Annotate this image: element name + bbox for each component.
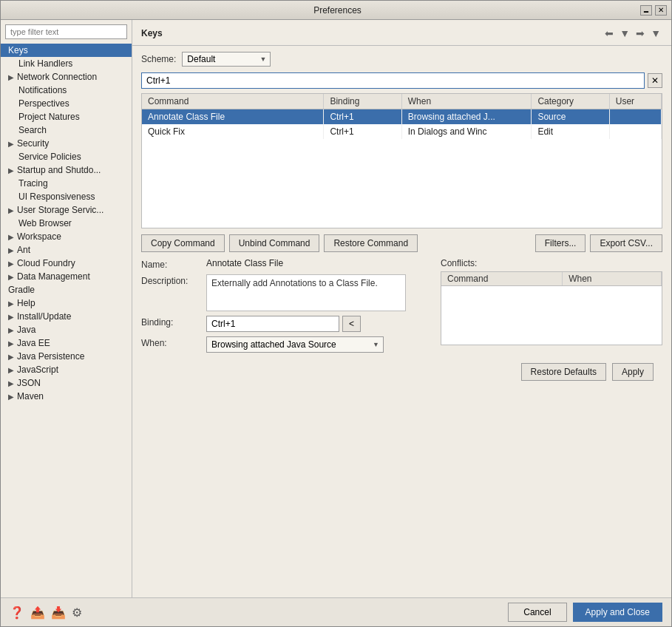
export-csv-button[interactable]: Export CSV... (590, 234, 662, 252)
sidebar-item-search[interactable]: Search (1, 123, 132, 137)
header-icons: ⬅ ▼ ➡ ▼ (603, 26, 662, 41)
conflicts-label: Conflicts: (441, 258, 662, 268)
settings-icon[interactable]: ⚙ (72, 606, 82, 620)
binding-search-input[interactable] (141, 72, 645, 89)
col-binding: Binding (324, 94, 401, 109)
sidebar-item-project-natures[interactable]: Project Natures (1, 110, 132, 123)
nav-dropdown-button[interactable]: ▼ (618, 26, 631, 41)
table-row[interactable]: Quick FixCtrl+1In Dialogs and WincEdit (142, 124, 662, 139)
tree-arrow-json: ▶ (8, 379, 14, 387)
name-row: Name: Annotate Class File (141, 258, 432, 270)
cell-binding: Ctrl+1 (324, 124, 401, 139)
sidebar-item-label-ui-responsiveness: UI Responsiveness (18, 192, 95, 202)
sidebar-item-tracing[interactable]: Tracing (1, 177, 132, 190)
sidebar-item-label-java-persistence: Java Persistence (17, 351, 84, 362)
sidebar-item-java[interactable]: ▶Java (1, 323, 132, 336)
sidebar-item-data-management[interactable]: ▶Data Management (1, 270, 132, 283)
details-bottom-buttons: Restore Defaults Apply (141, 357, 662, 384)
sidebar-item-gradle[interactable]: Gradle (1, 283, 132, 296)
sidebar-item-java-persistence[interactable]: ▶Java Persistence (1, 350, 132, 363)
cell-category: Edit (532, 124, 609, 139)
conflict-col-when: When (563, 272, 662, 286)
when-select[interactable]: Browsing attached Java Source (206, 336, 384, 353)
cancel-button[interactable]: Cancel (508, 603, 566, 622)
tree-arrow-install-update: ▶ (8, 313, 14, 321)
description-row: Description: Externally add Annotations … (141, 274, 432, 311)
tree-arrow-java-persistence: ▶ (8, 353, 14, 361)
sidebar-item-help[interactable]: ▶Help (1, 296, 132, 310)
main-area: KeysLink Handlers▶Network ConnectionNoti… (1, 20, 671, 597)
nav-back-button[interactable]: ⬅ (603, 26, 615, 41)
scheme-label: Scheme: (141, 54, 176, 64)
sidebar-item-security[interactable]: ▶Security (1, 137, 132, 150)
cell-user (609, 124, 661, 139)
sidebar-item-web-browser[interactable]: Web Browser (1, 217, 132, 230)
sidebar-item-startup-shutdown[interactable]: ▶Startup and Shutdo... (1, 163, 132, 177)
sidebar-item-cloud-foundry[interactable]: ▶Cloud Foundry (1, 257, 132, 270)
tree-arrow-data-management: ▶ (8, 273, 14, 281)
sidebar-item-java-ee[interactable]: ▶Java EE (1, 336, 132, 350)
title-bar: Preferences 🗕 ✕ (1, 1, 671, 20)
apply-close-button[interactable]: Apply and Close (573, 603, 662, 622)
filters-button[interactable]: Filters... (535, 234, 586, 252)
sidebar-item-service-policies[interactable]: Service Policies (1, 150, 132, 163)
cell-when: In Dialogs and Winc (401, 124, 532, 139)
sidebar-item-ant[interactable]: ▶Ant (1, 243, 132, 257)
sidebar-item-label-java-ee: Java EE (17, 338, 50, 348)
sidebar-item-perspectives[interactable]: Perspectives (1, 97, 132, 110)
sidebar-item-javascript[interactable]: ▶JavaScript (1, 363, 132, 376)
sidebar-item-ui-responsiveness[interactable]: UI Responsiveness (1, 190, 132, 203)
when-select-wrapper: Browsing attached Java Source (206, 336, 384, 353)
sidebar-item-notifications[interactable]: Notifications (1, 84, 132, 97)
title-bar-controls: 🗕 ✕ (640, 5, 667, 16)
page-title: Keys (141, 28, 163, 38)
table-row[interactable]: Annotate Class FileCtrl+1Browsing attach… (142, 109, 662, 124)
col-command: Command (142, 94, 324, 109)
preferences-window: Preferences 🗕 ✕ KeysLink Handlers▶Networ… (0, 0, 672, 627)
tree-arrow-ant: ▶ (8, 246, 14, 254)
apply-button[interactable]: Apply (612, 363, 654, 381)
table-header: Command Binding When Category User (142, 94, 662, 109)
nav-menu-button[interactable]: ▼ (649, 26, 662, 41)
sidebar-item-label-security: Security (17, 138, 49, 149)
sidebar-item-label-perspectives: Perspectives (18, 98, 69, 109)
sidebar-item-link-handlers[interactable]: Link Handlers (1, 57, 132, 70)
conflicts-table-wrapper: Command When (441, 271, 662, 345)
scheme-select[interactable]: Default (182, 52, 271, 67)
sidebar-item-install-update[interactable]: ▶Install/Update (1, 310, 132, 323)
tree-arrow-java: ▶ (8, 326, 14, 334)
sidebar-item-label-link-handlers: Link Handlers (18, 58, 72, 69)
col-category: Category (532, 94, 609, 109)
import-icon[interactable]: 📥 (51, 606, 66, 620)
col-when: When (401, 94, 532, 109)
binding-clear-button[interactable]: ✕ (648, 73, 662, 88)
copy-command-button[interactable]: Copy Command (141, 234, 225, 252)
nav-forward-button[interactable]: ➡ (634, 26, 646, 41)
when-label: When: (141, 336, 200, 348)
tree-arrow-user-storage: ▶ (8, 206, 14, 214)
sidebar-item-label-gradle: Gradle (8, 285, 35, 295)
binding-add-button[interactable]: < (342, 316, 361, 332)
sidebar-item-keys[interactable]: Keys (1, 44, 132, 57)
sidebar-item-maven[interactable]: ▶Maven (1, 390, 132, 403)
window-title: Preferences (35, 5, 640, 16)
help-icon[interactable]: ❓ (10, 606, 24, 620)
minimize-button[interactable]: 🗕 (640, 5, 652, 16)
conflicts-table: Command When (441, 272, 662, 286)
export-icon[interactable]: 📤 (30, 606, 45, 620)
cell-command: Annotate Class File (142, 109, 324, 124)
sidebar-item-network-connection[interactable]: ▶Network Connection (1, 70, 132, 84)
keys-table-body-table: Annotate Class FileCtrl+1Browsing attach… (142, 109, 662, 139)
sidebar-item-user-storage[interactable]: ▶User Storage Servic... (1, 203, 132, 217)
close-button[interactable]: ✕ (655, 5, 667, 16)
sidebar-item-json[interactable]: ▶JSON (1, 376, 132, 390)
scheme-select-wrapper: Default (182, 52, 271, 67)
restore-command-button[interactable]: Restore Command (324, 234, 418, 252)
sidebar-item-label-tracing: Tracing (18, 178, 48, 189)
binding-field[interactable] (206, 316, 339, 332)
description-value: Externally add Annotations to a Class Fi… (206, 274, 406, 311)
restore-defaults-button[interactable]: Restore Defaults (521, 363, 606, 381)
search-input[interactable] (5, 24, 127, 39)
unbind-command-button[interactable]: Unbind Command (229, 234, 320, 252)
sidebar-item-workspace[interactable]: ▶Workspace (1, 230, 132, 243)
